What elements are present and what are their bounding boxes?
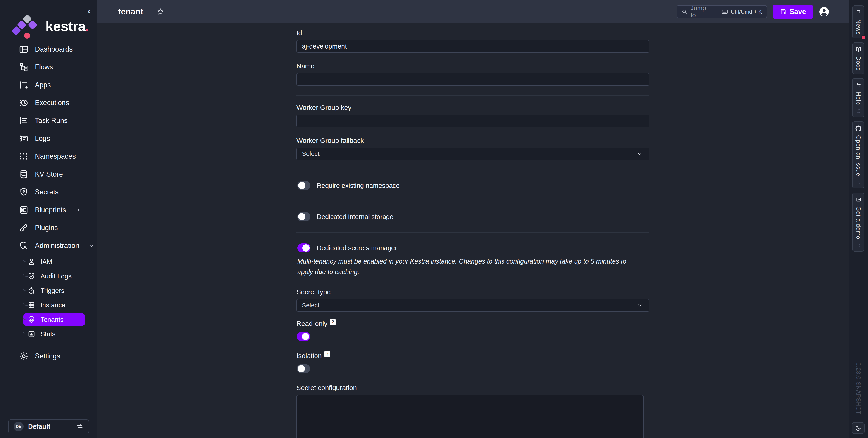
require-existing-namespace-toggle[interactable] <box>297 181 310 190</box>
tenant-name: Default <box>28 423 50 430</box>
dedicated-secrets-manager-toggle[interactable] <box>297 243 310 252</box>
sidebar-item-apps[interactable]: Apps <box>0 76 97 94</box>
sidebar-item-label: Blueprints <box>35 206 66 214</box>
sidebar-item-namespaces[interactable]: Namespaces <box>0 147 97 165</box>
read-only-label: Read-only <box>297 320 328 328</box>
name-input[interactable] <box>297 73 649 86</box>
sidebar-item-label: IAM <box>40 258 52 266</box>
favorite-star-icon[interactable] <box>156 8 164 16</box>
isolation-toggle[interactable] <box>297 364 310 373</box>
dedicated-internal-storage-toggle[interactable] <box>297 212 310 221</box>
sidebar-item-label: Executions <box>35 99 69 107</box>
administration-icon <box>19 240 29 251</box>
jump-to-search[interactable]: Jump to... Ctrl/Cmd + K <box>677 5 767 18</box>
news-button[interactable]: News <box>852 5 864 38</box>
secret-configuration-editor[interactable] <box>297 395 644 438</box>
section-divider <box>297 95 649 96</box>
rail-button-label: Get a demo <box>855 206 862 239</box>
sidebar-item-instance[interactable]: Instance <box>0 298 97 312</box>
sidebar-item-tenants[interactable]: Tenants <box>0 312 97 327</box>
theme-toggle-button[interactable] <box>852 422 865 434</box>
worker-group-key-label: Worker Group key <box>297 104 649 111</box>
search-shortcut: Ctrl/Cmd + K <box>731 9 762 15</box>
sidebar-item-label: Apps <box>35 81 51 89</box>
sidebar-item-secrets[interactable]: Secrets <box>0 183 97 201</box>
sidebar-item-triggers[interactable]: Triggers <box>0 283 97 298</box>
sidebar-item-executions[interactable]: Executions <box>0 94 97 112</box>
sidebar-item-label: Dashboards <box>35 45 73 53</box>
docs-button[interactable]: Docs <box>852 42 864 74</box>
slack-icon <box>855 82 862 88</box>
multi-tenancy-notice: Multi-tenancy must be enabled in your Ke… <box>297 256 644 277</box>
sidebar-item-stats[interactable]: Stats <box>0 327 97 341</box>
sidebar-item-flows[interactable]: Flows <box>0 58 97 76</box>
sidebar-item-task-runs[interactable]: Task Runs <box>0 112 97 130</box>
stats-icon <box>27 330 36 339</box>
id-label: Id <box>297 29 649 37</box>
kv-store-icon <box>19 169 29 179</box>
worker-group-key-input[interactable] <box>297 114 649 127</box>
sidebar-item-audit-logs[interactable]: Audit Logs <box>0 269 97 283</box>
secret-type-select[interactable]: Select <box>297 299 649 312</box>
sidebar-item-label: Instance <box>40 302 65 309</box>
help-button[interactable]: Help <box>852 78 864 117</box>
sidebar-item-label: Administration <box>35 242 79 250</box>
blueprints-icon <box>19 205 29 215</box>
dedicated-secrets-manager-row: Dedicated secrets manager <box>297 241 649 255</box>
rail-button-label: Docs <box>855 56 862 70</box>
help-icon[interactable]: ? <box>330 319 336 325</box>
sidebar-item-blueprints[interactable]: Blueprints <box>0 201 97 219</box>
tenant-switcher[interactable]: DE Default <box>8 419 89 434</box>
rail-button-label: News <box>855 19 862 35</box>
section-divider <box>297 232 649 233</box>
version-label: 0.23.0-SNAPSHOT <box>855 363 862 414</box>
logs-icon <box>19 133 29 144</box>
chevron-down-icon <box>636 150 643 157</box>
section-divider <box>297 201 649 201</box>
save-button[interactable]: Save <box>773 5 813 19</box>
read-only-toggle[interactable] <box>297 332 310 341</box>
external-link-icon <box>856 109 861 114</box>
isolation-label: Isolation <box>297 352 322 360</box>
page-title: tenant <box>118 7 143 16</box>
chevron-down-icon <box>636 302 643 309</box>
select-value: Select <box>302 302 319 309</box>
rail-button-label: Help <box>855 92 862 105</box>
help-icon[interactable]: ? <box>324 351 330 357</box>
sidebar-item-plugins[interactable]: Plugins <box>0 219 97 237</box>
sidebar-item-kv-store[interactable]: KV Store <box>0 165 97 183</box>
name-label: Name <box>297 62 649 70</box>
sidebar-item-administration[interactable]: Administration <box>0 237 97 255</box>
dashboards-icon <box>19 44 29 55</box>
tenants-icon <box>27 315 36 324</box>
section-divider <box>297 170 649 170</box>
require-existing-namespace-row: Require existing namespace <box>297 178 649 201</box>
sidebar-item-label: Task Runs <box>35 116 68 125</box>
executions-icon <box>19 98 29 108</box>
sidebar-item-dashboards[interactable]: Dashboards <box>0 40 97 58</box>
chevron-right-icon <box>75 207 82 213</box>
search-shortcut-group: Ctrl/Cmd + K <box>721 8 762 15</box>
sidebar-item-iam[interactable]: IAM <box>0 255 97 269</box>
id-input[interactable] <box>297 40 649 53</box>
sidebar-item-logs[interactable]: Logs <box>0 130 97 147</box>
sidebar-item-label: Namespaces <box>35 152 76 161</box>
sidebar-item-label: Logs <box>35 134 50 143</box>
external-link-icon <box>856 243 861 248</box>
account-avatar-icon[interactable] <box>819 6 830 17</box>
open-an-issue-button[interactable]: Open an Issue <box>852 121 864 189</box>
main-area: tenant Jump to... Ctrl/Cmd + K Save <box>97 0 848 438</box>
sidebar-item-settings[interactable]: Settings <box>0 347 97 365</box>
sidebar-item-label: Stats <box>40 330 56 338</box>
kestra-logo[interactable]: kestra. <box>12 12 89 39</box>
sidebar-collapse-icon[interactable]: ‹ <box>88 7 91 15</box>
flows-icon <box>19 62 29 72</box>
get-a-demo-button[interactable]: Get a demo <box>852 193 864 251</box>
moon-icon <box>855 425 862 432</box>
worker-group-fallback-select[interactable]: Select <box>297 147 649 160</box>
save-icon <box>780 8 786 15</box>
topbar: tenant Jump to... Ctrl/Cmd + K Save <box>97 0 848 23</box>
isolation-label-row: Isolation ? <box>297 352 649 360</box>
sidebar-item-label: Settings <box>35 352 60 360</box>
secret-configuration-label: Secret configuration <box>297 384 649 392</box>
